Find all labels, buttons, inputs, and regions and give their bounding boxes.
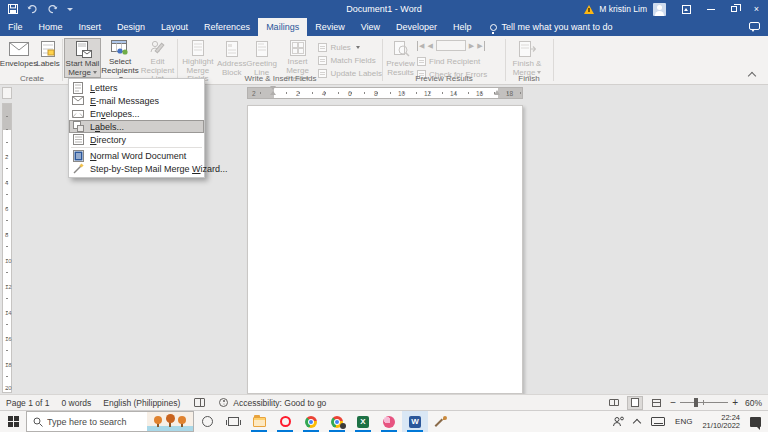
ribbon-display-options-icon[interactable] <box>682 5 691 14</box>
menu-item-normal-word-document[interactable]: Normal Word Document <box>69 149 204 162</box>
action-center-button[interactable] <box>745 411 766 432</box>
collapse-ribbon-icon[interactable] <box>749 71 756 78</box>
clock[interactable]: 22:2421/10/2022 <box>697 411 745 432</box>
start-button[interactable] <box>0 411 26 432</box>
menu-item-label: Labels... <box>90 122 124 132</box>
taskbar-search[interactable] <box>26 411 194 432</box>
avatar[interactable] <box>653 3 666 16</box>
word-button[interactable]: W <box>402 411 428 432</box>
touch-keyboard-button[interactable] <box>646 411 670 432</box>
task-view-button[interactable] <box>220 411 246 432</box>
tab-developer[interactable]: Developer <box>388 18 445 36</box>
tab-layout[interactable]: Layout <box>153 18 196 36</box>
account-name[interactable]: M kristin Lim <box>599 4 647 14</box>
group-create: Envelopes Labels Create <box>2 36 62 84</box>
quick-access-toolbar <box>8 4 73 14</box>
close-button[interactable]: × <box>745 0 768 18</box>
indent-marker[interactable] <box>270 86 276 95</box>
menu-item-mail-merge-wizard[interactable]: Step-by-Step Mail Merge Wizard... <box>69 162 204 175</box>
finish-merge-icon <box>518 40 536 58</box>
profile-badge <box>340 423 346 429</box>
document-page[interactable] <box>247 105 523 394</box>
tab-insert[interactable]: Insert <box>71 18 110 36</box>
tab-file[interactable]: File <box>0 18 31 36</box>
opera-button[interactable] <box>272 411 298 432</box>
restore-button[interactable] <box>722 0 745 18</box>
chrome-profile-button[interactable] <box>324 411 350 432</box>
tab-view[interactable]: View <box>353 18 388 36</box>
edit-recipient-list-icon <box>149 40 166 56</box>
keyboard-icon <box>651 417 665 426</box>
tab-mailings[interactable]: Mailings <box>258 18 307 36</box>
accessibility-status[interactable]: Accessibility: Good to go <box>233 398 326 408</box>
address-block-button: Address Block <box>217 38 247 78</box>
zoom-out-button[interactable]: − <box>670 398 676 408</box>
menu-item-directory[interactable]: Directory <box>69 133 204 146</box>
excel-button[interactable]: X <box>350 411 376 432</box>
minimize-button[interactable] <box>699 0 722 18</box>
search-input[interactable] <box>47 417 147 427</box>
zoom-slider-handle[interactable] <box>694 398 698 407</box>
chrome-icon <box>305 416 317 428</box>
file-explorer-button[interactable] <box>246 411 272 432</box>
chrome-button[interactable] <box>298 411 324 432</box>
customize-qat-icon[interactable] <box>67 8 73 11</box>
web-layout-button[interactable] <box>649 397 663 409</box>
menu-item-labels[interactable]: Labels... <box>69 120 204 133</box>
tab-help[interactable]: Help <box>445 18 480 36</box>
tab-references[interactable]: References <box>196 18 258 36</box>
start-mail-merge-button[interactable]: Start Mail Merge <box>64 38 101 78</box>
proofing-icon[interactable] <box>194 398 205 407</box>
read-mode-icon <box>609 399 619 406</box>
menu-item-label: Directory <box>90 135 126 145</box>
word-count[interactable]: 0 words <box>61 398 91 408</box>
finish-merge-button: Finish & Merge <box>507 38 547 78</box>
page-indicator[interactable]: Page 1 of 1 <box>6 398 49 408</box>
pink-app-button[interactable] <box>376 411 402 432</box>
rules-icon <box>318 43 327 52</box>
greeting-line-button: Greeting Line <box>247 38 277 78</box>
tray-overflow-button[interactable] <box>629 411 646 432</box>
read-mode-button[interactable] <box>607 397 621 409</box>
envelope-icon <box>9 40 29 58</box>
group-separator <box>553 39 554 81</box>
statusbar-right: − + 60% <box>607 397 762 409</box>
warning-icon[interactable] <box>584 5 594 14</box>
feedback-icon[interactable] <box>749 22 760 30</box>
tab-design[interactable]: Design <box>109 18 153 36</box>
menu-item-envelopes[interactable]: Envelopes... <box>69 107 204 120</box>
zoom-slider[interactable] <box>680 402 728 403</box>
print-layout-button[interactable] <box>628 397 642 409</box>
labels-button[interactable]: Labels <box>35 38 61 78</box>
people-button[interactable] <box>607 411 629 432</box>
tab-home[interactable]: Home <box>31 18 71 36</box>
menu-item-email-messages[interactable]: E-mail Messages <box>69 94 204 107</box>
zoom-in-button[interactable]: + <box>732 398 738 408</box>
document-icon <box>255 40 269 58</box>
cortana-button[interactable] <box>194 411 220 432</box>
word-window: Document1 - Word M kristin Lim × File Ho… <box>0 0 768 432</box>
input-language[interactable]: ENG <box>670 411 697 432</box>
undo-icon[interactable] <box>27 5 38 14</box>
web-layout-icon <box>652 399 661 407</box>
envelopes-button[interactable]: Envelopes <box>2 38 35 78</box>
redo-icon[interactable] <box>47 5 58 14</box>
paint-app-button[interactable] <box>428 411 454 432</box>
restore-icon <box>731 6 737 12</box>
save-icon[interactable] <box>8 4 18 14</box>
search-highlight-image[interactable] <box>147 412 193 432</box>
horizontal-ruler[interactable]: 2 2 4 6 8 10 12 14 16 18 <box>247 87 523 99</box>
tab-review[interactable]: Review <box>307 18 353 36</box>
menu-item-letters[interactable]: Letters <box>69 81 204 94</box>
word-document-icon <box>72 150 84 162</box>
language-indicator[interactable]: English (Philippines) <box>103 398 180 408</box>
group-label-finish: Finish <box>507 74 551 83</box>
start-mail-merge-menu: Letters E-mail Messages Envelopes... Lab… <box>68 78 205 178</box>
vertical-ruler[interactable]: 2 4 6 8 10 12 14 16 18 20 <box>2 103 12 393</box>
select-recipients-button[interactable]: Select Recipients <box>101 38 139 78</box>
zoom-level[interactable]: 60% <box>745 398 762 408</box>
file-explorer-icon <box>253 417 266 427</box>
ruler-tab-selector[interactable] <box>2 87 12 99</box>
right-indent-marker[interactable] <box>494 90 500 95</box>
tell-me-box[interactable]: Tell me what you want to do <box>490 18 613 36</box>
